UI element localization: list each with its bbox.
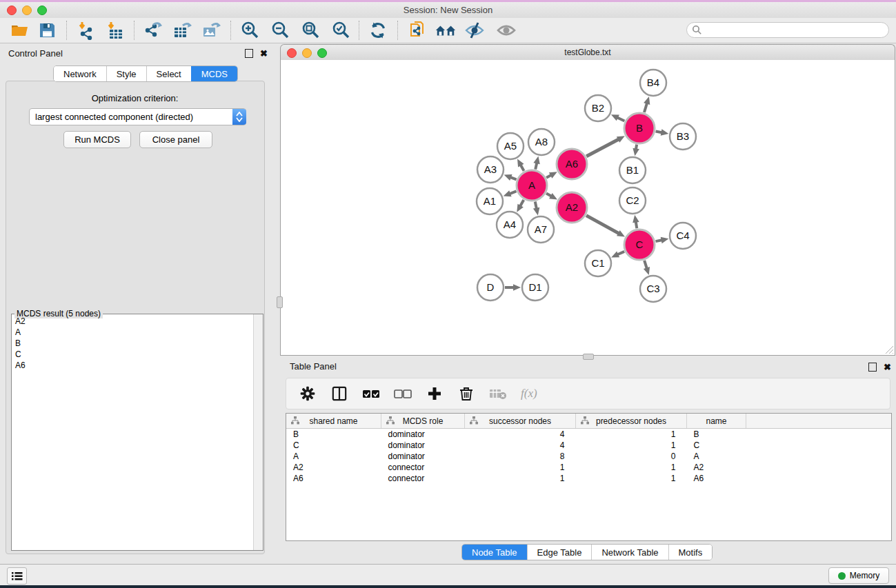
add-column-icon[interactable] [426,385,444,403]
minimize-window-icon[interactable] [22,6,32,15]
edge-A-A2[interactable] [546,194,551,196]
memory-button[interactable]: Memory [828,567,889,584]
window-controls[interactable] [7,6,47,15]
cell-predecessor-nodes[interactable]: 0 [576,451,687,462]
cell-successor-nodes[interactable]: 4 [465,440,576,451]
cell-successor-nodes[interactable]: 1 [465,473,576,484]
select-all-icon[interactable] [362,385,380,403]
edge-C-C3[interactable] [644,261,647,269]
delete-column-icon[interactable] [457,385,475,403]
column-header-MCDS-role[interactable]: MCDS role [381,414,465,429]
import-table-icon[interactable] [103,20,126,41]
cell-successor-nodes[interactable]: 4 [465,429,576,440]
tab-network[interactable]: Network [54,66,106,81]
edge-A6-B[interactable] [586,139,619,156]
tab-style[interactable]: Style [106,66,146,81]
network-canvas[interactable]: B4B2BB3A8A5A6A3B1AA1C2A2A4A7C4CC1C3DD1 [280,60,895,356]
optimization-criterion-select[interactable]: largest connected component (directed) [29,108,246,125]
zoom-window-icon[interactable] [317,48,327,58]
function-builder-icon[interactable]: f(x) [521,387,537,401]
edge-B-B2[interactable] [617,117,624,121]
edge-C-C4[interactable] [656,240,662,241]
cell-MCDS-role[interactable]: dominator [381,429,465,440]
search-input[interactable] [686,22,889,38]
close-panel-icon[interactable]: ✖ [884,363,891,371]
settings-gear-icon[interactable] [299,385,317,403]
table-row[interactable]: A2connector11A2 [286,462,891,473]
houses-icon[interactable] [435,20,457,41]
mcds-result-item[interactable]: A [12,327,254,338]
cell-successor-nodes[interactable]: 1 [465,462,576,473]
table-row[interactable]: A6connector11A6 [286,473,891,484]
minimize-window-icon[interactable] [302,48,312,58]
tab-node-table[interactable]: Node Table [462,545,527,560]
resize-grip-icon[interactable] [885,345,894,354]
edge-A2-C[interactable] [586,216,619,234]
zoom-in-icon[interactable] [239,20,261,41]
edge-A-A7[interactable] [535,202,537,209]
node-table[interactable]: shared nameMCDS rolesuccessor nodesprede… [286,413,892,541]
close-window-icon[interactable] [287,48,297,58]
cell-name[interactable]: A6 [687,473,746,484]
column-layout-icon[interactable] [330,385,348,403]
save-icon[interactable] [36,20,58,41]
node-table-body[interactable]: Bdominator41BCdominator41CAdominator80AA… [286,429,891,485]
close-panel-icon[interactable]: ✖ [260,50,268,57]
network-graph[interactable]: B4B2BB3A8A5A6A3B1AA1C2A2A4A7C4CC1C3DD1 [281,60,895,355]
tab-network-table[interactable]: Network Table [591,545,668,560]
cell-name[interactable]: C [687,440,746,451]
column-header-successor-nodes[interactable]: successor nodes [465,414,576,429]
cell-shared-name[interactable]: A6 [286,473,381,484]
tab-edge-table[interactable]: Edge Table [527,545,592,560]
network-window-controls[interactable] [287,48,327,58]
zoom-window-icon[interactable] [37,6,47,15]
edge-A-A6[interactable] [546,175,551,178]
table-row[interactable]: Cdominator41C [286,440,891,451]
cell-MCDS-role[interactable]: connector [381,473,465,484]
task-history-button[interactable] [7,567,27,585]
mcds-result-item[interactable]: B [12,338,254,349]
cell-MCDS-role[interactable]: connector [381,462,465,473]
column-header-name[interactable]: name [687,414,746,429]
edge-B-B3[interactable] [656,131,662,132]
zoom-selected-icon[interactable] [330,20,352,41]
edge-A-A1[interactable] [510,191,517,194]
cell-predecessor-nodes[interactable]: 1 [576,462,687,473]
edge-C-C1[interactable] [617,252,624,254]
cell-successor-nodes[interactable]: 8 [465,451,576,462]
cell-name[interactable]: A2 [687,462,746,473]
deselect-all-icon[interactable] [394,385,412,403]
cell-shared-name[interactable]: A [286,451,381,462]
mcds-result-item[interactable]: A2 [12,316,254,327]
run-mcds-button[interactable]: Run MCDS [63,131,131,148]
edge-B-B4[interactable] [644,103,647,112]
cell-shared-name[interactable]: C [286,440,381,451]
zoom-fit-icon[interactable] [299,20,321,41]
vertical-splitter-handle[interactable] [277,296,283,308]
tab-motifs[interactable]: Motifs [668,545,713,560]
cell-predecessor-nodes[interactable]: 1 [576,429,687,440]
tab-select[interactable]: Select [146,66,191,81]
edge-A-A5[interactable] [521,165,524,171]
cell-predecessor-nodes[interactable]: 1 [576,473,687,484]
open-folder-icon[interactable] [8,20,30,41]
mcds-result-item[interactable]: C [12,349,254,360]
float-panel-icon[interactable] [868,363,877,372]
column-header-predecessor-nodes[interactable]: predecessor nodes [576,414,687,429]
search-field[interactable] [686,22,889,38]
table-row[interactable]: Adominator80A [286,451,891,462]
tab-mcds[interactable]: MCDS [191,66,237,81]
mcds-list-scrollbar[interactable] [253,314,263,550]
edge-A-A3[interactable] [510,177,517,179]
cell-MCDS-role[interactable]: dominator [381,440,465,451]
edge-C-C2[interactable] [636,222,637,229]
export-network-icon[interactable] [142,20,164,41]
node-table-header[interactable]: shared nameMCDS rolesuccessor nodesprede… [286,414,891,429]
edge-A-A8[interactable] [535,163,537,169]
import-network-icon[interactable] [74,20,97,41]
export-image-icon[interactable] [200,20,222,41]
cell-name[interactable]: A [687,451,746,462]
mcds-result-list[interactable]: A2ABCA6 [12,316,254,550]
float-panel-icon[interactable] [245,49,253,58]
eye-slash-icon[interactable] [464,20,486,41]
